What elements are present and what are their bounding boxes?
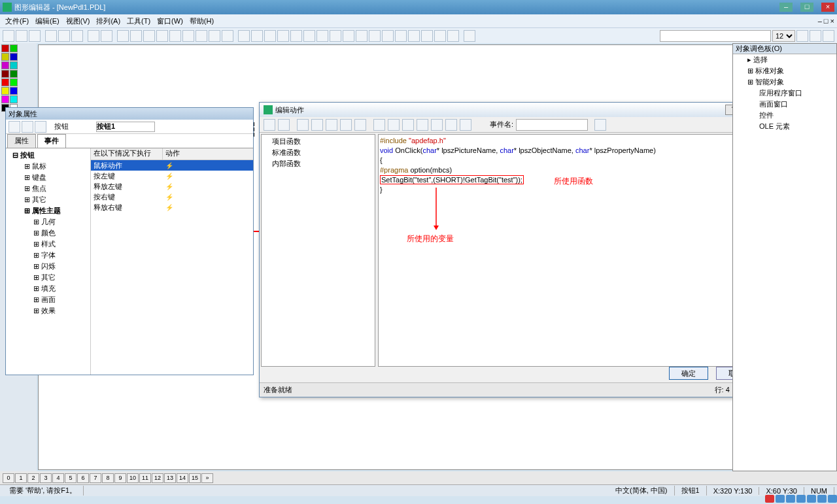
props-tool[interactable] (35, 121, 46, 133)
tool-btn[interactable] (143, 30, 155, 42)
new-button[interactable] (3, 30, 14, 42)
menu-edit[interactable]: 编辑(E) (33, 16, 62, 26)
layer-button[interactable]: 5 (65, 473, 77, 483)
palette-item[interactable]: OLE 元素 (733, 121, 836, 132)
color-swatch[interactable] (1, 87, 9, 95)
color-swatch[interactable] (10, 87, 18, 95)
action-tool[interactable] (264, 119, 275, 131)
menu-view[interactable]: 视图(V) (63, 16, 93, 26)
layer-button[interactable]: 14 (177, 473, 188, 483)
undo-button[interactable] (88, 30, 99, 42)
layer-button[interactable]: 1 (15, 473, 27, 483)
tool-btn[interactable] (222, 30, 233, 42)
copy-button[interactable] (58, 30, 70, 42)
tree-item[interactable]: ⊞ 样式 (7, 239, 89, 250)
action-tool[interactable] (417, 119, 428, 131)
menu-help[interactable]: 帮助(H) (187, 16, 216, 26)
layer-button[interactable]: 0 (3, 473, 14, 483)
tree-item[interactable]: ⊞ 颜色 (7, 227, 89, 239)
tool-btn[interactable] (823, 30, 834, 42)
tool-btn[interactable] (316, 30, 328, 42)
event-row[interactable]: 按左键⚡ (91, 171, 253, 181)
save-button[interactable] (29, 30, 41, 42)
color-swatch[interactable] (1, 61, 9, 69)
tree-item[interactable]: ⊞ 焦点 (7, 183, 89, 194)
action-tool[interactable] (460, 119, 471, 131)
cut-icon[interactable] (297, 119, 309, 131)
props-tool[interactable] (9, 121, 20, 133)
color-swatch[interactable] (1, 95, 9, 103)
menu-arrange[interactable]: 排列(A) (94, 16, 123, 26)
tool-btn[interactable] (810, 30, 821, 42)
tool-btn[interactable] (343, 30, 354, 42)
clock-icon[interactable] (594, 119, 606, 131)
props-tool[interactable] (22, 121, 33, 133)
color-swatch[interactable] (10, 95, 18, 103)
color-swatch[interactable] (10, 44, 18, 52)
action-tool[interactable] (388, 119, 400, 131)
property-tree[interactable]: ⊟ 按钮⊞ 鼠标⊞ 键盘⊞ 焦点⊞ 其它⊞ 属性主题⊞ 几何⊞ 颜色⊞ 样式⊞ … (6, 148, 91, 375)
tool-btn[interactable] (434, 30, 446, 42)
layer-button[interactable]: 12 (152, 473, 163, 483)
tool-btn[interactable] (408, 30, 420, 42)
action-tool[interactable] (278, 119, 290, 131)
tray-icon[interactable] (817, 495, 827, 503)
color-swatch[interactable] (10, 53, 18, 61)
color-swatch[interactable] (10, 61, 18, 69)
layer-button[interactable]: 3 (40, 473, 52, 483)
help-button[interactable] (464, 30, 475, 42)
tree-item[interactable]: ⊞ 效果 (7, 305, 89, 316)
tool-btn[interactable] (330, 30, 341, 42)
layer-button[interactable]: 2 (27, 473, 39, 483)
tree-item[interactable]: ⊞ 几何 (7, 216, 89, 227)
tray-icon[interactable] (765, 495, 774, 503)
tree-item[interactable]: ⊞ 鼠标 (7, 161, 89, 172)
event-row[interactable]: 释放左键⚡ (91, 181, 253, 192)
tree-item[interactable]: ⊞ 其它 (7, 272, 89, 283)
tree-item[interactable]: ⊞ 键盘 (7, 172, 89, 183)
delete-icon[interactable] (354, 119, 366, 131)
tree-item[interactable]: ⊞ 填充 (7, 283, 89, 294)
menu-file[interactable]: 文件(F) (3, 16, 31, 26)
tool-btn[interactable] (156, 30, 168, 42)
tool-btn[interactable] (277, 30, 289, 42)
layer-button[interactable]: 8 (102, 473, 114, 483)
font-combo[interactable] (660, 30, 771, 42)
close-button[interactable]: × (821, 3, 834, 12)
tray-icon[interactable] (828, 495, 837, 503)
color-swatch[interactable] (1, 78, 9, 86)
action-tool[interactable] (431, 119, 443, 131)
event-row[interactable]: 释放右键⚡ (91, 202, 253, 212)
tree-item[interactable]: ⊞ 闪烁 (7, 261, 89, 272)
palette-item[interactable]: 应用程序窗口 (733, 88, 836, 99)
color-swatch[interactable] (10, 70, 18, 78)
fn-standard[interactable]: 标准函数 (263, 147, 373, 158)
tray-icon[interactable] (776, 495, 785, 503)
tool-btn[interactable] (196, 30, 207, 42)
object-name-input[interactable] (96, 122, 155, 132)
tool-btn[interactable] (447, 30, 459, 42)
event-row[interactable]: 按右键⚡ (91, 192, 253, 202)
undo-icon[interactable] (373, 119, 385, 131)
layer-button[interactable]: 15 (189, 473, 201, 483)
layer-button[interactable]: 11 (139, 473, 151, 483)
action-tool[interactable] (340, 119, 352, 131)
copy-icon[interactable] (311, 119, 323, 131)
tool-btn[interactable] (356, 30, 367, 42)
tab-events[interactable]: 事件 (37, 134, 66, 148)
tool-btn[interactable] (209, 30, 220, 42)
open-button[interactable] (16, 30, 27, 42)
color-swatch[interactable] (10, 78, 18, 86)
fn-project[interactable]: 项目函数 (263, 136, 373, 147)
maximize-button[interactable]: □ (800, 3, 813, 12)
tree-item[interactable]: ⊞ 其它 (7, 194, 89, 205)
action-tool[interactable] (402, 119, 414, 131)
color-swatch[interactable] (1, 44, 9, 52)
layer-button[interactable]: 4 (52, 473, 64, 483)
code-editor[interactable]: #include "apdefap.h" void OnClick(char* … (378, 134, 760, 367)
tool-btn[interactable] (264, 30, 276, 42)
paste-icon[interactable] (326, 119, 337, 131)
menu-tools[interactable]: 工具(T) (124, 16, 153, 26)
tool-btn[interactable] (303, 30, 315, 42)
minimize-button[interactable]: – (779, 3, 793, 12)
